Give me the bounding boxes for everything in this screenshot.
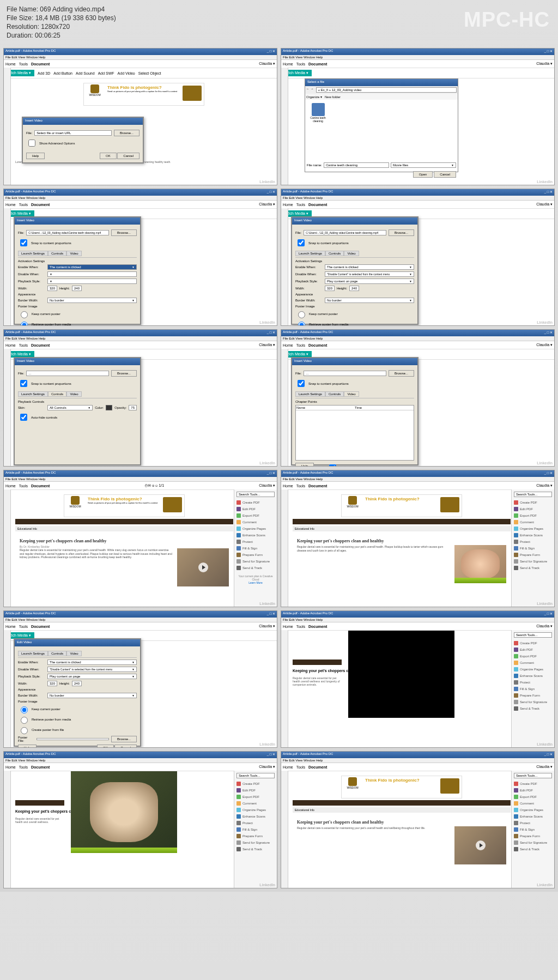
tools-panel-item[interactable]: Organize Pages	[236, 807, 275, 813]
tools-panel-item[interactable]: Export PDF	[514, 653, 552, 660]
tools-panel-item[interactable]: Fill & Sign	[514, 545, 552, 552]
tools-panel-item[interactable]: Send for Signature	[514, 558, 552, 565]
site-nav[interactable]	[15, 519, 233, 524]
embedded-video[interactable]	[454, 826, 506, 864]
open-button[interactable]: Open	[413, 171, 433, 178]
floating-video-playing[interactable]	[71, 771, 177, 853]
tool-icon	[514, 500, 518, 505]
tools-panel-item[interactable]: Protect	[514, 679, 552, 686]
tools-panel-item[interactable]: Create PDF	[514, 781, 552, 787]
tools-panel-item[interactable]: Protect	[236, 820, 275, 826]
tools-panel-item[interactable]: Prepare Form	[514, 552, 552, 558]
tools-panel-item[interactable]: Edit PDF	[236, 506, 275, 512]
tools-panel-item[interactable]: Comment	[514, 519, 552, 525]
tools-panel-item[interactable]: Edit PDF	[514, 506, 552, 512]
document-tab[interactable]: Document	[31, 62, 50, 66]
organize-button[interactable]: Organize ▾	[306, 95, 322, 99]
tools-panel-item[interactable]: Comment	[514, 800, 552, 807]
tools-panel-item[interactable]: Export PDF	[236, 794, 275, 800]
tool-icon	[514, 674, 518, 678]
tools-panel-item[interactable]: Create PDF	[236, 499, 275, 506]
tools-panel-item[interactable]: Send & Track	[236, 846, 275, 852]
skin-dropdown[interactable]: All Controls	[47, 405, 93, 410]
tools-panel-item[interactable]: Create PDF	[514, 499, 552, 506]
border-dropdown[interactable]: No border	[47, 298, 137, 303]
tools-panel-item[interactable]: Send & Track	[514, 705, 552, 712]
color-swatch[interactable]	[106, 405, 112, 410]
tools-panel-item[interactable]: Protect	[514, 539, 552, 545]
tools-panel-item[interactable]: Fill & Sign	[514, 686, 552, 692]
playback-dropdown[interactable]	[47, 279, 137, 284]
tools-panel-item[interactable]: Export PDF	[514, 512, 552, 519]
tools-panel-item[interactable]: Send for Signature	[236, 558, 275, 565]
tools-panel-item[interactable]: Comment	[514, 660, 552, 666]
tools-panel-item[interactable]: Comment	[236, 519, 275, 525]
tools-panel-item[interactable]: Enhance Scans	[236, 532, 275, 539]
cancel-button[interactable]: Cancel	[117, 153, 140, 159]
cancel-button[interactable]: Cancel	[434, 171, 456, 178]
play-icon[interactable]	[198, 562, 208, 572]
new-folder-button[interactable]: New folder	[325, 95, 341, 99]
tools-panel-item[interactable]: Send & Track	[514, 846, 552, 852]
tools-panel-item[interactable]: Organize Pages	[236, 525, 275, 532]
menubar[interactable]: File Edit View Window Help	[4, 55, 277, 60]
enable-dropdown[interactable]: The content is clicked	[47, 264, 137, 270]
tools-panel-item[interactable]: Create PDF	[236, 781, 275, 787]
controls-tab[interactable]: Controls	[48, 251, 66, 256]
search-tools-input[interactable]: Search Tools...	[236, 492, 275, 497]
tools-panel-item[interactable]: Fill & Sign	[236, 545, 275, 552]
tools-panel-item[interactable]: Enhance Scans	[514, 532, 552, 539]
tools-panel-item[interactable]: Send for Signature	[236, 839, 275, 846]
tools-panel-item[interactable]: Edit PDF	[236, 787, 275, 794]
tools-panel-item[interactable]: Organize Pages	[514, 807, 552, 813]
file-item[interactable]: Canine teeth cleaning	[308, 103, 327, 125]
rich-btn[interactable]: Add SWF	[98, 71, 114, 75]
rich-btn[interactable]: Add 3D	[38, 71, 50, 75]
tools-panel-item[interactable]: Export PDF	[236, 512, 275, 519]
tools-panel-item[interactable]: Send for Signature	[514, 699, 552, 705]
video-tab[interactable]: Video	[66, 251, 81, 256]
video-controls[interactable]	[71, 848, 177, 853]
user-menu[interactable]: Claudia ▾	[259, 62, 275, 66]
tools-panel-item[interactable]: Export PDF	[514, 794, 552, 800]
tools-panel-item[interactable]: Send & Track	[236, 565, 275, 571]
tools-panel-item[interactable]: Enhance Scans	[236, 813, 275, 820]
tools-panel-item[interactable]: Enhance Scans	[514, 813, 552, 820]
thumb-9: Article.pdf - Adobe Acrobat Pro DC_ □ ✕ …	[3, 610, 277, 748]
tools-panel-item[interactable]: Protect	[236, 539, 275, 545]
rich-btn[interactable]: Add Button	[53, 71, 72, 75]
floating-video-player[interactable]	[348, 631, 454, 718]
tools-panel-item[interactable]: Protect	[514, 820, 552, 826]
rich-btn[interactable]: Add Video	[118, 71, 135, 75]
rich-btn[interactable]: Select Object	[138, 71, 161, 75]
tools-panel-item[interactable]: Prepare Form	[514, 692, 552, 699]
tools-panel-item[interactable]: Comment	[236, 800, 275, 807]
tools-panel-item[interactable]: Create PDF	[514, 640, 552, 646]
help-button[interactable]: Help	[26, 153, 45, 159]
tools-tab[interactable]: Tools	[19, 62, 28, 66]
launch-tab[interactable]: Launch Settings	[18, 251, 48, 256]
tools-panel-item[interactable]: Prepare Form	[236, 552, 275, 558]
playing-video[interactable]	[454, 545, 506, 583]
home-tab[interactable]: Home	[5, 62, 16, 66]
tools-panel-item[interactable]: Edit PDF	[514, 646, 552, 653]
browse-button[interactable]: Browse...	[114, 130, 140, 136]
disable-dropdown[interactable]	[47, 271, 137, 277]
ok-button[interactable]: OK	[100, 153, 117, 159]
tools-panel-item[interactable]: Enhance Scans	[514, 673, 552, 679]
play-icon[interactable]	[476, 840, 486, 850]
tools-panel-item[interactable]: Edit PDF	[514, 787, 552, 794]
tools-panel-item[interactable]: Organize Pages	[514, 525, 552, 532]
show-advanced-checkbox[interactable]	[28, 140, 35, 147]
tools-panel-item[interactable]: Send & Track	[514, 565, 552, 571]
thumb-1: Article.pdf - Adobe Acrobat Pro DC_ □ ✕ …	[3, 48, 277, 185]
tools-panel-item[interactable]: Send for Signature	[514, 839, 552, 846]
embedded-video[interactable]	[177, 548, 229, 586]
rich-btn[interactable]: Add Sound	[76, 71, 95, 75]
tools-panel-item[interactable]: Prepare Form	[514, 833, 552, 839]
tools-panel-item[interactable]: Prepare Form	[236, 833, 275, 839]
tools-panel-item[interactable]: Fill & Sign	[236, 826, 275, 833]
tools-panel-item[interactable]: Organize Pages	[514, 666, 552, 673]
video-controls[interactable]	[454, 578, 506, 583]
tools-panel-item[interactable]: Fill & Sign	[514, 826, 552, 833]
